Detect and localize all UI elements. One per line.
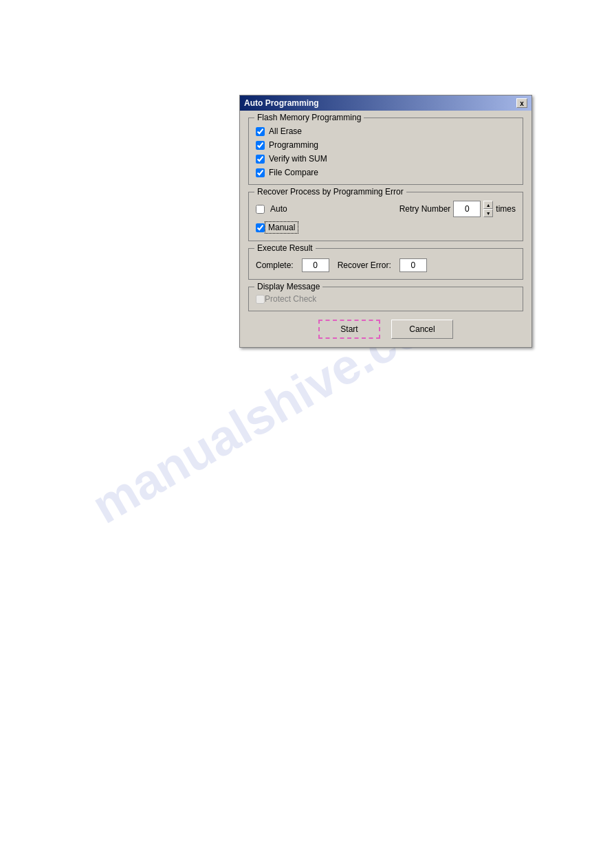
title-bar: Auto Programming x	[240, 96, 531, 111]
manual-label: Manual	[265, 221, 298, 234]
all-erase-checkbox[interactable]	[256, 127, 265, 136]
recover-error-label: Recover Error:	[338, 260, 391, 270]
display-message-group: Display Message Protect Check	[248, 287, 523, 311]
file-compare-row: File Compare	[256, 168, 516, 177]
manual-checkbox[interactable]	[256, 223, 265, 232]
cancel-button[interactable]: Cancel	[391, 320, 453, 339]
start-button[interactable]: Start	[318, 320, 380, 339]
protect-check-checkbox[interactable]	[256, 295, 265, 304]
times-label: times	[496, 204, 516, 214]
auto-checkbox[interactable]	[256, 205, 265, 214]
spinner-up-button[interactable]: ▲	[483, 201, 493, 209]
verify-sum-row: Verify with SUM	[256, 154, 516, 164]
complete-label: Complete:	[256, 260, 294, 270]
auto-programming-dialog: Auto Programming x Flash Memory Programm…	[239, 95, 532, 348]
programming-label: Programming	[269, 140, 318, 150]
button-row: Start Cancel	[248, 320, 523, 339]
verify-sum-label: Verify with SUM	[269, 154, 327, 164]
retry-spinner: ▲ ▼	[483, 201, 493, 217]
recover-process-title: Recover Process by Programming Error	[254, 187, 406, 197]
recover-process-group: Recover Process by Programming Error Aut…	[248, 192, 523, 241]
flash-memory-title: Flash Memory Programming	[254, 113, 364, 122]
execute-result-group: Execute Result Complete: Recover Error:	[248, 248, 523, 280]
manual-row: Manual	[256, 221, 516, 234]
programming-checkbox[interactable]	[256, 141, 265, 150]
retry-number-label: Retry Number	[399, 204, 451, 214]
protect-check-label: Protect Check	[265, 294, 316, 304]
file-compare-checkbox[interactable]	[256, 168, 265, 177]
close-button[interactable]: x	[516, 98, 527, 108]
spinner-down-button[interactable]: ▼	[483, 209, 493, 217]
execute-result-row: Complete: Recover Error:	[256, 258, 516, 272]
dialog-body: Flash Memory Programming All Erase Progr…	[240, 111, 531, 347]
retry-number-input[interactable]	[453, 201, 481, 217]
verify-sum-checkbox[interactable]	[256, 155, 265, 164]
complete-input[interactable]	[302, 258, 329, 272]
display-message-title: Display Message	[254, 282, 322, 291]
programming-row: Programming	[256, 140, 516, 150]
all-erase-label: All Erase	[269, 126, 302, 136]
retry-section: Retry Number ▲ ▼ times	[399, 201, 516, 217]
protect-check-row: Protect Check	[256, 294, 516, 304]
flash-memory-group: Flash Memory Programming All Erase Progr…	[248, 118, 523, 185]
auto-row: Auto Retry Number ▲ ▼ times	[256, 201, 516, 217]
auto-label: Auto	[270, 204, 287, 214]
execute-result-title: Execute Result	[254, 243, 316, 253]
dialog-title: Auto Programming	[244, 98, 319, 108]
recover-error-input[interactable]	[399, 258, 427, 272]
file-compare-label: File Compare	[269, 168, 318, 177]
all-erase-row: All Erase	[256, 126, 516, 136]
